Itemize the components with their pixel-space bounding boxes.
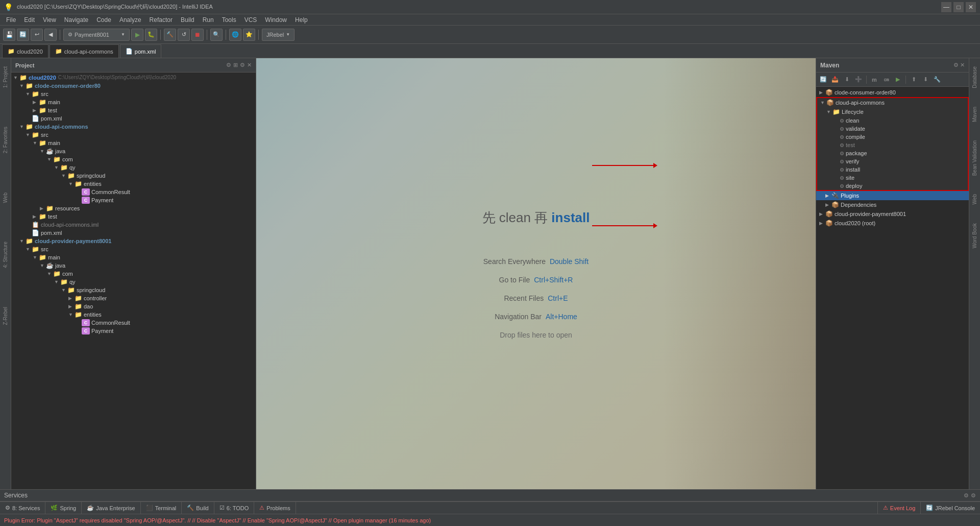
maven-settings-icon[interactable]: ⚙ xyxy=(953,62,959,68)
left-strip-structure-icon[interactable]: 4: Structure xyxy=(2,237,9,272)
maven-item-cloud2020-root[interactable]: ▶ 📦 cloud2020 (root) xyxy=(816,219,969,228)
jrebel-dropdown[interactable]: JRebel ▼ xyxy=(262,29,295,41)
tree-src1[interactable]: ▼ 📁 src xyxy=(11,90,256,98)
bottom-tab-todo[interactable]: ☑ 6: TODO xyxy=(214,502,255,514)
debug-btn[interactable]: 🐛 xyxy=(145,29,157,41)
maven-item-clean[interactable]: ⚙ clean xyxy=(817,116,968,125)
maven-item-api-commons[interactable]: ▼ 📦 cloud-api-commons xyxy=(817,98,968,107)
menu-run[interactable]: Run xyxy=(199,15,218,25)
tree-resources1[interactable]: ▶ 📁 resources xyxy=(11,204,256,212)
menu-refactor[interactable]: Refactor xyxy=(145,15,177,25)
tree-main3[interactable]: ▼ 📁 main xyxy=(11,253,256,261)
tree-iml1[interactable]: 📋 cloud-api-commons.iml xyxy=(11,221,256,229)
tree-entities1[interactable]: ▼ 📁 entities xyxy=(11,180,256,188)
left-strip-project-icon[interactable]: 1: Project xyxy=(2,62,9,92)
maven-m-btn[interactable]: m xyxy=(869,75,879,85)
bottom-tab-build[interactable]: 🔨 Build xyxy=(182,502,214,514)
bottom-tab-services[interactable]: ⚙ 8: Services xyxy=(0,502,45,514)
menu-code[interactable]: Code xyxy=(92,15,115,25)
tree-entities2[interactable]: ▼ 📁 entities xyxy=(11,310,256,319)
menu-tools[interactable]: Tools xyxy=(218,15,240,25)
right-strip-bean-validation[interactable]: Bean Validation xyxy=(971,136,978,180)
maven-up-btn[interactable]: ⬆ xyxy=(909,75,919,85)
maven-lifecycle-folder[interactable]: ▼ 📁 Lifecycle xyxy=(817,107,968,116)
maven-item-test[interactable]: ⚙ test xyxy=(817,141,968,149)
bottom-tab-jrebel-console[interactable]: 🔄 JRebel Console xyxy=(920,502,980,514)
tree-qy1[interactable]: ▼ 📁 qy xyxy=(11,163,256,172)
tree-root[interactable]: ▼ 📁 cloud2020 C:\Users\ZQY\Desktop\Sprin… xyxy=(11,74,256,82)
menu-view[interactable]: View xyxy=(39,15,60,25)
maven-item-compile[interactable]: ⚙ compile xyxy=(817,133,968,141)
maven-item-deploy[interactable]: ⚙ deploy xyxy=(817,182,968,190)
toolbar-rerun-btn[interactable]: ↺ xyxy=(178,29,190,41)
menu-help[interactable]: Help xyxy=(291,15,312,25)
toolbar-sync-btn[interactable]: 🔄 xyxy=(17,29,29,41)
toolbar-zoom-btn[interactable]: 🔍 xyxy=(210,29,223,41)
tree-src3[interactable]: ▼ 📁 src xyxy=(11,245,256,253)
tree-module-payment8001[interactable]: ▼ 📁 cloud-provider-payment8001 xyxy=(11,237,256,245)
project-settings-icon[interactable]: ⚙ xyxy=(226,62,231,68)
maven-mm-btn[interactable]: ㎝ xyxy=(881,75,891,85)
tree-commonresult1[interactable]: C CommonResult xyxy=(11,188,256,196)
left-strip-favorites-icon[interactable]: 2: Favorites xyxy=(2,123,9,157)
tree-commonresult2[interactable]: C CommonResult xyxy=(11,319,256,327)
bottom-tab-event-log[interactable]: ⚠ Event Log xyxy=(877,502,921,514)
minimize-button[interactable]: — xyxy=(941,2,951,12)
right-strip-database[interactable]: Database xyxy=(971,62,978,92)
tree-main1[interactable]: ▶ 📁 main xyxy=(11,98,256,106)
menu-build[interactable]: Build xyxy=(177,15,199,25)
menu-file[interactable]: File xyxy=(2,15,20,25)
tree-springcloud2[interactable]: ▼ 📁 springcloud xyxy=(11,286,256,294)
tree-src2[interactable]: ▼ 📁 src xyxy=(11,131,256,139)
maven-item-payment8001[interactable]: ▶ 📦 cloud-provider-payment8001 xyxy=(816,209,969,219)
project-gear-icon[interactable]: ⚙ xyxy=(240,62,245,68)
tree-payment1[interactable]: C Payment xyxy=(11,196,256,204)
maximize-button[interactable]: □ xyxy=(953,2,964,12)
tree-com1[interactable]: ▼ 📁 com xyxy=(11,155,256,163)
toolbar-undo-btn[interactable]: ↩ xyxy=(31,29,43,41)
tree-module-order80[interactable]: ▼ 📁 clode-consumer-order80 xyxy=(11,82,256,90)
tab-pom-xml[interactable]: 📄 pom.xml xyxy=(120,44,162,58)
toolbar-save-btn[interactable]: 💾 xyxy=(3,29,15,41)
tree-main2[interactable]: ▼ 📁 main xyxy=(11,139,256,147)
run-config-dropdown[interactable]: ⚙ Payment8001 ▼ xyxy=(63,29,130,41)
toolbar-stop-btn[interactable]: ⏹ xyxy=(191,29,204,41)
tree-module-api-commons[interactable]: ▼ 📁 cloud-api-commons xyxy=(11,123,256,131)
tree-pom2[interactable]: 📄 pom.xml xyxy=(11,229,256,237)
tree-dao[interactable]: ▶ 📁 dao xyxy=(11,302,256,310)
project-close-icon[interactable]: ✕ xyxy=(247,62,252,68)
maven-run-btn[interactable]: ▶ xyxy=(893,75,903,85)
maven-item-site[interactable]: ⚙ site xyxy=(817,174,968,182)
menu-vcs[interactable]: VCS xyxy=(240,15,261,25)
toolbar-back-btn[interactable]: ◀ xyxy=(44,29,57,41)
right-strip-maven[interactable]: Maven xyxy=(971,103,978,126)
menu-navigate[interactable]: Navigate xyxy=(60,15,92,25)
tree-springcloud1[interactable]: ▼ 📁 springcloud xyxy=(11,172,256,180)
tree-test2[interactable]: ▶ 📁 test xyxy=(11,212,256,221)
tree-java1[interactable]: ▼ ☕ java xyxy=(11,147,256,155)
maven-refresh-btn[interactable]: 🔄 xyxy=(818,75,828,85)
bottom-tab-java-enterprise[interactable]: ☕ Java Enterprise xyxy=(82,502,140,514)
maven-item-install[interactable]: ⚙ install xyxy=(817,165,968,174)
maven-item-plugins[interactable]: ▶ 🔌 Plugins xyxy=(816,191,969,200)
bottom-tab-problems[interactable]: ⚠ Problems xyxy=(254,502,296,514)
left-strip-zrebel-icon[interactable]: Z-Rebel xyxy=(2,303,9,329)
menu-analyze[interactable]: Analyze xyxy=(115,15,145,25)
left-strip-web-icon[interactable]: Web xyxy=(2,188,9,207)
toolbar-translate-btn[interactable]: 🌐 xyxy=(229,29,241,41)
right-strip-web[interactable]: Web xyxy=(971,190,978,208)
maven-close-icon[interactable]: ✕ xyxy=(960,62,965,68)
maven-item-order80[interactable]: ▶ 📦 clode-consumer-order80 xyxy=(816,88,969,97)
tree-qy2[interactable]: ▼ 📁 qy xyxy=(11,278,256,286)
menu-edit[interactable]: Edit xyxy=(20,15,39,25)
tree-test1[interactable]: ▶ 📁 test xyxy=(11,106,256,114)
maven-wrench-btn[interactable]: 🔧 xyxy=(932,75,942,85)
menu-window[interactable]: Window xyxy=(261,15,291,25)
project-expand-icon[interactable]: ⊞ xyxy=(233,62,238,68)
toolbar-star-btn[interactable]: ⭐ xyxy=(243,29,255,41)
maven-item-verify[interactable]: ⚙ verify xyxy=(817,157,968,165)
maven-item-validate[interactable]: ⚙ validate xyxy=(817,125,968,133)
tree-java2[interactable]: ▼ ☕ java xyxy=(11,261,256,270)
services-settings-icon[interactable]: ⚙ xyxy=(971,492,976,499)
maven-download-btn[interactable]: ⬇ xyxy=(842,75,852,85)
